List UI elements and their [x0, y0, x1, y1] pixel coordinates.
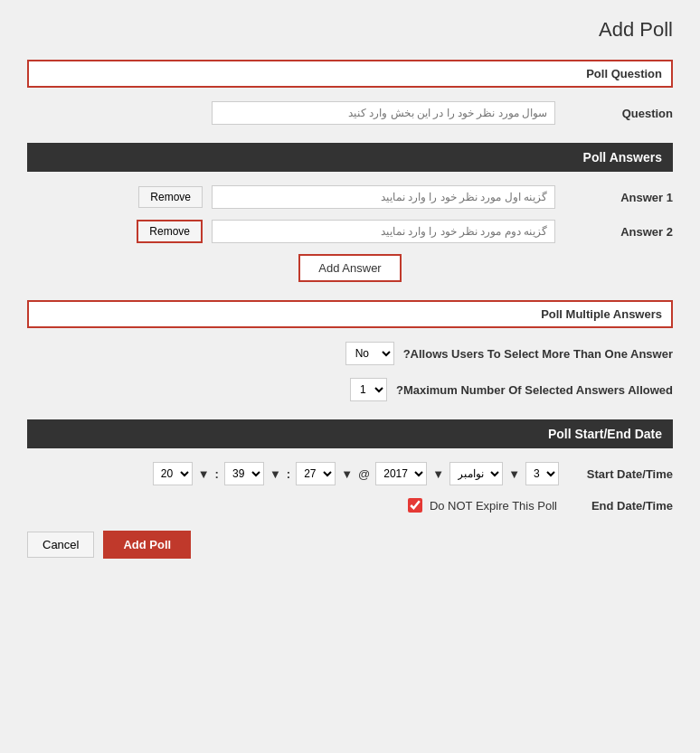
start-month-select[interactable]: نوامبر [449, 462, 503, 485]
answer2-input[interactable] [212, 220, 555, 243]
month-arrow: ▼ [508, 467, 520, 481]
page-title: Add Poll [27, 18, 673, 42]
start-year-select[interactable]: 2017 [375, 462, 427, 485]
add-answer-button[interactable]: Add Answer [298, 254, 401, 282]
poll-multiple-answers-section: Poll Multiple Answers No Yes ?Allows Use… [27, 300, 673, 401]
action-row: Cancel Add Poll [27, 531, 673, 559]
expire-checkbox[interactable] [408, 498, 422, 513]
colon4: : [287, 467, 290, 481]
start-sec-select[interactable]: 27 [296, 462, 336, 485]
cancel-button[interactable]: Cancel [27, 532, 94, 558]
max-row: 1 2 3 4 5 ?Maximum Number Of Selected An… [27, 378, 673, 401]
start-min-select[interactable]: 39 [224, 462, 264, 485]
expire-label: Do NOT Expire This Poll [430, 499, 557, 513]
answer1-label: Answer 1 [564, 191, 673, 204]
allows-row: No Yes ?Allows Users To Select More Than… [27, 342, 673, 365]
remove-answer1-button[interactable]: Remove [138, 186, 203, 208]
colon2: : [215, 467, 219, 481]
question-row: Question [27, 101, 673, 125]
poll-question-section: Poll Question Question [27, 60, 673, 125]
answer2-label: Answer 2 [564, 225, 673, 239]
add-answer-row: Add Answer [27, 254, 673, 282]
answer2-row: Remove Answer 2 [27, 220, 673, 243]
poll-answers-section: Poll Answers Remove Answer 1 Remove Answ… [27, 143, 673, 282]
page-container: Add Poll Poll Question Question Poll Ans… [0, 0, 700, 753]
remove-answer2-button[interactable]: Remove [137, 220, 203, 243]
start-date-label: Start Date/Time [564, 467, 673, 481]
colon3: ▼ [270, 467, 281, 481]
poll-question-header: Poll Question [27, 60, 673, 88]
allows-label: ?Allows Users To Select More Than One An… [403, 347, 673, 361]
allows-select[interactable]: No Yes [345, 342, 394, 365]
start-hour-select[interactable]: 20 [153, 462, 193, 485]
poll-answers-header: Poll Answers [27, 143, 673, 172]
year-arrow: ▼ [432, 467, 444, 481]
answer1-input[interactable] [212, 185, 555, 209]
at-sign: @ [358, 467, 370, 481]
end-date-label: End Date/Time [564, 499, 673, 513]
answer1-row: Remove Answer 1 [27, 185, 673, 209]
add-poll-button[interactable]: Add Poll [103, 531, 191, 559]
question-label: Question [564, 107, 673, 120]
colon1: ▼ [198, 467, 210, 481]
start-day-select[interactable]: 3 [525, 462, 559, 485]
start-date-row: 20 ▼ : 39 ▼ : 27 ▼ @ 2017 ▼ نوامبر ▼ 3 [27, 462, 673, 485]
poll-multiple-answers-header: Poll Multiple Answers [27, 300, 673, 328]
colon5: ▼ [341, 467, 353, 481]
question-input[interactable] [212, 101, 555, 125]
expire-row: Do NOT Expire This Poll End Date/Time [27, 498, 673, 513]
poll-start-end-section: Poll Start/End Date 20 ▼ : 39 ▼ : 27 ▼ @… [27, 419, 673, 513]
max-label: ?Maximum Number Of Selected Answers Allo… [396, 383, 673, 397]
poll-start-end-header: Poll Start/End Date [27, 419, 673, 448]
max-select[interactable]: 1 2 3 4 5 [350, 378, 387, 401]
